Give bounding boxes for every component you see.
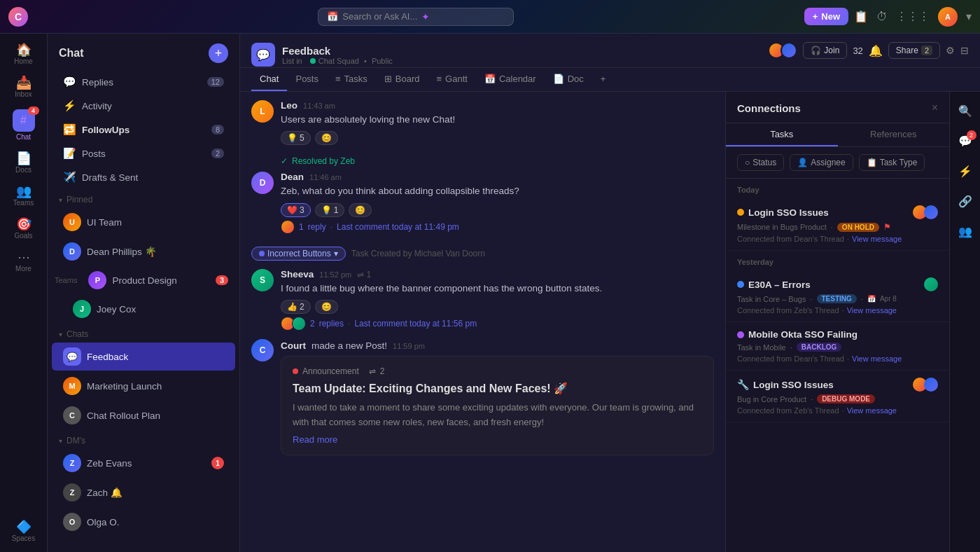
leo-msg-header: Leo 11:43 am — [281, 100, 714, 111]
layout-icon[interactable]: ⊟ — [960, 45, 969, 56]
connection-mobile-okta[interactable]: Mobile Okta SSO Failing Task in Mobile ·… — [726, 322, 949, 371]
chats-section-header[interactable]: ▾ Chats — [48, 324, 239, 342]
search-icon[interactable]: 🔍 — [954, 100, 976, 122]
reaction-thumbs[interactable]: 👍 2 — [281, 300, 311, 314]
conn-avatars-2 — [924, 277, 938, 291]
dean-phillips-avatar: D — [63, 242, 81, 261]
reply-avatar-4 — [292, 317, 306, 331]
reaction-smile2[interactable]: 😊 — [349, 203, 372, 217]
join-button[interactable]: 🎧 Join — [803, 42, 847, 59]
sidebar-item-marketing-launch[interactable]: M Marketing Launch — [52, 372, 235, 400]
zach-avatar: Z — [63, 483, 81, 502]
tab-board[interactable]: ⊞ Board — [376, 68, 428, 91]
sidebar-item-feedback[interactable]: 💬 Feedback — [52, 343, 235, 371]
conn-source-1: Connected from Dean's Thread · View mess… — [737, 235, 938, 243]
sidebar-item-zeb-evans[interactable]: Z Zeb Evans 1 — [52, 449, 235, 477]
dean-msg-header: Dean 11:46 am — [281, 172, 714, 182]
calendar-icon[interactable]: 📋 — [854, 10, 868, 23]
sidebar-add-button[interactable]: + — [209, 43, 228, 63]
tab-calendar[interactable]: 📅 Calendar — [476, 68, 545, 91]
comments-icon[interactable]: 💬 2 — [954, 130, 976, 152]
people-icon[interactable]: 👥 — [954, 221, 976, 242]
channel-tabs: Chat Posts ≡ Tasks ⊞ Board ≡ Gantt 📅 Cal… — [240, 68, 980, 92]
task-dot — [259, 251, 265, 256]
settings-icon[interactable]: ⚙ — [946, 45, 955, 56]
clock-icon[interactable]: ⏱ — [876, 11, 888, 23]
reaction-bulb[interactable]: 💡 1 — [315, 203, 345, 217]
sidebar-item-chat-rollout[interactable]: C Chat Rollout Plan — [52, 401, 235, 429]
dms-section-header[interactable]: ▾ DM's — [48, 430, 239, 448]
tasktype-filter-icon: 📋 — [867, 158, 877, 167]
reaction-smile[interactable]: 😊 — [315, 131, 338, 145]
sidebar-item-joey-cox[interactable]: J Joey Cox — [52, 295, 235, 323]
sidebar-item-drafts[interactable]: ✈️ Drafts & Sent — [52, 166, 235, 188]
nav-teams[interactable]: 👥 Teams — [4, 181, 43, 211]
connection-login-sso[interactable]: Login SSO Issues Milestone in Bugs Produ… — [726, 198, 949, 251]
view-message-2[interactable]: View message — [847, 306, 897, 315]
bell-icon[interactable]: 🔔 — [869, 44, 883, 57]
panel-tab-references[interactable]: References — [838, 123, 950, 146]
sidebar-item-replies[interactable]: 💬 Replies 12 — [52, 71, 235, 93]
read-more-link[interactable]: Read more — [293, 434, 702, 445]
search-bar[interactable]: 📅 Search or Ask AI... ✦ — [318, 8, 514, 26]
sidebar-item-product-design[interactable]: P Product Design 3 — [83, 268, 234, 293]
task-label-incorrect-buttons[interactable]: Incorrect Buttons ▾ — [251, 247, 346, 261]
view-message-3[interactable]: View message — [852, 354, 902, 363]
announcement-post-card[interactable]: Announcement ⇌ 2 Team Update: Exciting C… — [281, 356, 714, 455]
view-message-1[interactable]: View message — [852, 235, 902, 243]
share-button[interactable]: Share 2 — [888, 42, 940, 59]
pinned-section-header[interactable]: ▾ Pinned — [48, 189, 239, 207]
nav-docs[interactable]: 📄 Docs — [4, 148, 43, 178]
tab-chat[interactable]: Chat — [251, 68, 287, 91]
panel-header: Connections × — [726, 92, 949, 123]
filter-assignee[interactable]: 👤 Assignee — [790, 154, 853, 171]
conn-title-row-1: Login SSO Issues — [737, 205, 938, 219]
sidebar-item-posts[interactable]: 📝 Posts 2 — [52, 142, 235, 165]
user-avatar[interactable]: A — [938, 7, 958, 27]
nav-more[interactable]: ⋯ More — [4, 247, 43, 277]
tab-doc[interactable]: 📄 Doc — [545, 68, 592, 91]
app-logo[interactable]: C — [8, 7, 28, 27]
sheeva-thread-reply[interactable]: 2 replies · Last comment today at 11:56 … — [281, 317, 714, 331]
new-button[interactable]: + New — [804, 8, 848, 25]
filter-status[interactable]: ○ Status — [737, 154, 784, 171]
tab-gantt[interactable]: ≡ Gantt — [428, 68, 476, 91]
sidebar-item-dean-phillips[interactable]: D Dean Phillips 🌴 — [52, 237, 235, 265]
sidebar-item-followups[interactable]: 🔁 FollowUps 8 — [52, 118, 235, 141]
chevron-down-icon[interactable]: ▾ — [966, 10, 972, 23]
connection-e30a[interactable]: E30A – Errors Task in Core – Bugs · TEST… — [726, 270, 949, 322]
nav-spaces[interactable]: 🔷 Spaces — [4, 516, 43, 546]
conn-title-1: Login SSO Issues — [748, 207, 829, 218]
nav-inbox[interactable]: 📥 Inbox — [4, 72, 43, 102]
nav-home[interactable]: 🏠 Home — [4, 39, 43, 69]
sidebar-item-zach[interactable]: Z Zach 🔔 — [52, 478, 235, 506]
content-area: 💬 Feedback List in Chat Squad • Public — [240, 34, 980, 552]
conn-source-3: Connected from Dean's Thread · View mess… — [737, 354, 938, 363]
status-badge-4: DEBUG MODE — [817, 394, 875, 403]
announcement-dot — [293, 368, 298, 374]
panel-close-button[interactable]: × — [932, 102, 938, 114]
conn-dot-1 — [737, 209, 744, 216]
nav-chat[interactable]: # 4 Chat — [4, 105, 43, 145]
nav-goals[interactable]: 🎯 Goals — [4, 214, 43, 244]
tab-add[interactable]: + — [592, 68, 615, 91]
reaction-lightbulb[interactable]: 💡 5 — [281, 131, 311, 145]
sidebar-item-activity[interactable]: ⚡ Activity — [52, 95, 235, 117]
view-message-4[interactable]: View message — [847, 406, 897, 415]
dean-thread-reply[interactable]: 1 reply · Last comment today at 11:49 pm — [281, 220, 714, 234]
sidebar-item-ui-team[interactable]: U UI Team — [52, 208, 235, 236]
tab-posts[interactable]: Posts — [287, 68, 327, 91]
reaction-heart[interactable]: ❤️ 3 — [281, 203, 311, 217]
home-icon: 🏠 — [16, 43, 31, 56]
grid-icon[interactable]: ⋮⋮⋮ — [896, 10, 930, 23]
status-badge-3: BACKLOG — [797, 343, 842, 352]
sidebar-item-olga[interactable]: O Olga O. — [52, 508, 235, 536]
filter-task-type[interactable]: 📋 Task Type — [859, 154, 925, 171]
lightning-icon[interactable]: ⚡ — [954, 160, 976, 182]
reaction-smile3[interactable]: 😊 — [315, 300, 338, 314]
panel-tab-tasks[interactable]: Tasks — [726, 123, 838, 146]
sheeva-reactions: 👍 2 😊 — [281, 300, 714, 314]
connection-login-sso-2[interactable]: 🔧 Login SSO Issues Bug in Core Product ·… — [726, 371, 949, 422]
link-icon[interactable]: 🔗 — [954, 191, 976, 212]
tab-tasks[interactable]: ≡ Tasks — [327, 68, 376, 91]
